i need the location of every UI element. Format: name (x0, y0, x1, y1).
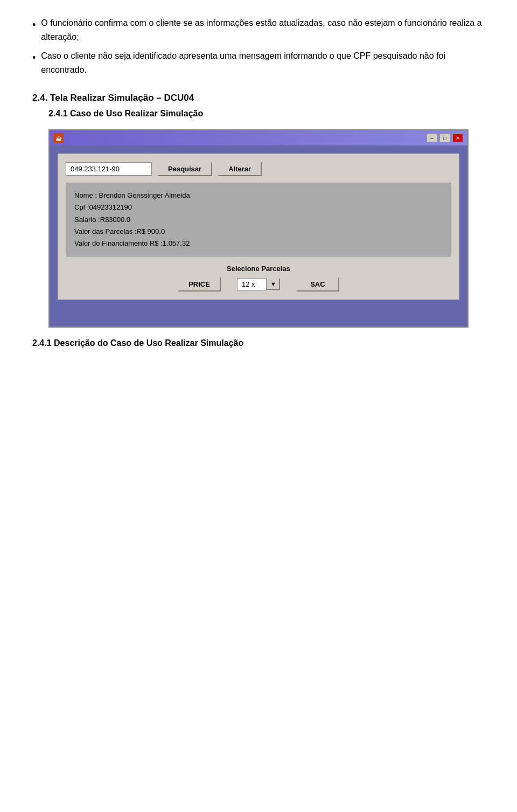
window-body: Pesquisar Alterar Nome : Brendon Genssin… (50, 145, 467, 326)
sac-button[interactable]: SAC (296, 277, 339, 292)
client-cpf: Cpf :04923312190 (74, 202, 443, 213)
close-button[interactable]: ✕ (452, 134, 463, 142)
intro-bullets: • O funcionário confirma com o cliente s… (32, 16, 485, 77)
desc-heading: 2.4.1 Descrição do Caso de Uso Realizar … (32, 338, 485, 348)
pesquisar-button[interactable]: Pesquisar (157, 162, 212, 176)
parcelas-dropdown-input[interactable] (237, 278, 267, 290)
bullet-item-2: • Caso o cliente não seja identificado a… (32, 49, 485, 77)
dropdown-arrow-button[interactable]: ▼ (267, 278, 280, 290)
client-nome: Nome : Brendon Genssinger Almeida (74, 190, 443, 202)
window-app-icon: ☕ (54, 133, 64, 143)
window-titlebar: ☕ – □ ✕ (50, 130, 467, 145)
parcelas-dropdown-wrapper: ▼ (237, 278, 280, 290)
cpf-input[interactable] (66, 162, 152, 176)
bullet-item-1: • O funcionário confirma com o cliente s… (32, 16, 485, 44)
price-button[interactable]: PRICE (178, 277, 221, 292)
client-info-box: Nome : Brendon Genssinger Almeida Cpf :0… (66, 183, 451, 256)
parcelas-label: Selecione Parcelas (66, 265, 451, 273)
sub-heading: 2.4.1 Caso de Uso Realizar Simulação (48, 109, 485, 119)
alterar-button[interactable]: Alterar (218, 162, 262, 176)
application-window: ☕ – □ ✕ Pesquisar Alterar Nome : Brendon… (48, 129, 469, 327)
search-form-row: Pesquisar Alterar (66, 162, 451, 176)
parcelas-controls: PRICE ▼ SAC (66, 277, 451, 292)
bullet-dot-2: • (32, 50, 36, 66)
section-heading: 2.4. Tela Realizar Simulação – DCU04 (32, 93, 485, 103)
window-inner: Pesquisar Alterar Nome : Brendon Genssin… (58, 154, 459, 299)
bullet-text-2: Caso o cliente não seja identificado apr… (41, 49, 485, 77)
client-financiamento: Valor do Financiamento R$ :1.057,32 (74, 238, 443, 249)
maximize-button[interactable]: □ (439, 134, 450, 142)
window-frame: ☕ – □ ✕ Pesquisar Alterar Nome : Brendon… (48, 129, 469, 327)
bullet-text-1: O funcionário confirma com o cliente se … (41, 16, 485, 44)
minimize-button[interactable]: – (427, 134, 437, 142)
client-salario: Salario :R$3000.0 (74, 214, 443, 226)
window-controls: – □ ✕ (427, 134, 463, 142)
bullet-dot-1: • (32, 17, 36, 33)
client-parcelas: Valor das Parcelas :R$ 900.0 (74, 226, 443, 238)
parcelas-section: Selecione Parcelas PRICE ▼ SAC (66, 265, 451, 292)
